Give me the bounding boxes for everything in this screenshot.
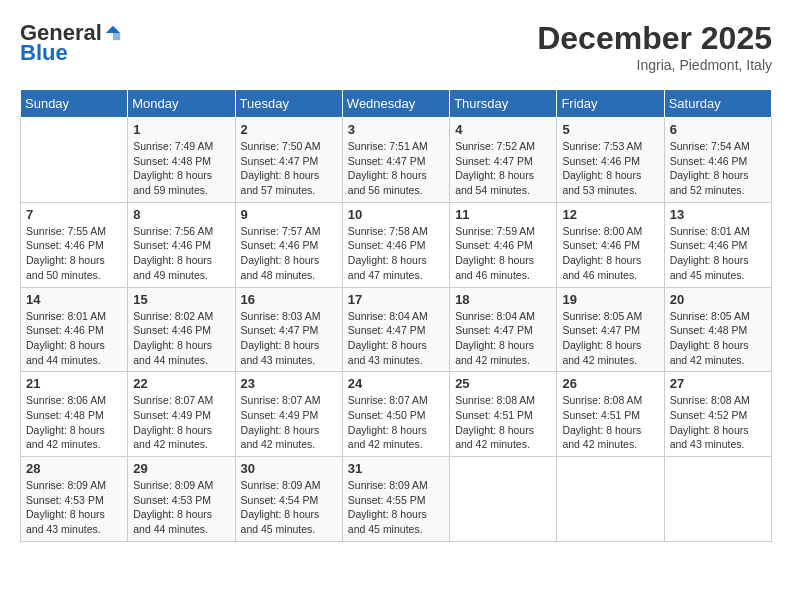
day-info: Sunrise: 8:01 AMSunset: 4:46 PMDaylight:… bbox=[670, 224, 766, 283]
day-info: Sunrise: 8:01 AMSunset: 4:46 PMDaylight:… bbox=[26, 309, 122, 368]
calendar-cell: 24 Sunrise: 8:07 AMSunset: 4:50 PMDaylig… bbox=[342, 372, 449, 457]
day-info: Sunrise: 8:00 AMSunset: 4:46 PMDaylight:… bbox=[562, 224, 658, 283]
calendar-cell: 6 Sunrise: 7:54 AMSunset: 4:46 PMDayligh… bbox=[664, 118, 771, 203]
day-number: 12 bbox=[562, 207, 658, 222]
calendar-week-row: 28 Sunrise: 8:09 AMSunset: 4:53 PMDaylig… bbox=[21, 457, 772, 542]
day-info: Sunrise: 7:55 AMSunset: 4:46 PMDaylight:… bbox=[26, 224, 122, 283]
calendar-cell: 22 Sunrise: 8:07 AMSunset: 4:49 PMDaylig… bbox=[128, 372, 235, 457]
weekday-header: Sunday bbox=[21, 90, 128, 118]
day-number: 17 bbox=[348, 292, 444, 307]
logo: General Blue bbox=[20, 20, 122, 66]
day-number: 18 bbox=[455, 292, 551, 307]
day-info: Sunrise: 7:51 AMSunset: 4:47 PMDaylight:… bbox=[348, 139, 444, 198]
day-info: Sunrise: 8:08 AMSunset: 4:52 PMDaylight:… bbox=[670, 393, 766, 452]
day-number: 3 bbox=[348, 122, 444, 137]
day-number: 25 bbox=[455, 376, 551, 391]
day-info: Sunrise: 8:09 AMSunset: 4:53 PMDaylight:… bbox=[26, 478, 122, 537]
weekday-header: Thursday bbox=[450, 90, 557, 118]
calendar-cell: 4 Sunrise: 7:52 AMSunset: 4:47 PMDayligh… bbox=[450, 118, 557, 203]
day-number: 9 bbox=[241, 207, 337, 222]
day-number: 16 bbox=[241, 292, 337, 307]
day-number: 19 bbox=[562, 292, 658, 307]
day-number: 31 bbox=[348, 461, 444, 476]
calendar-cell: 20 Sunrise: 8:05 AMSunset: 4:48 PMDaylig… bbox=[664, 287, 771, 372]
calendar-cell bbox=[664, 457, 771, 542]
calendar-cell: 26 Sunrise: 8:08 AMSunset: 4:51 PMDaylig… bbox=[557, 372, 664, 457]
page-header: General Blue December 2025 Ingria, Piedm… bbox=[20, 20, 772, 73]
day-number: 15 bbox=[133, 292, 229, 307]
day-number: 28 bbox=[26, 461, 122, 476]
day-number: 29 bbox=[133, 461, 229, 476]
weekday-header-row: SundayMondayTuesdayWednesdayThursdayFrid… bbox=[21, 90, 772, 118]
calendar-table: SundayMondayTuesdayWednesdayThursdayFrid… bbox=[20, 89, 772, 542]
day-number: 13 bbox=[670, 207, 766, 222]
day-info: Sunrise: 7:52 AMSunset: 4:47 PMDaylight:… bbox=[455, 139, 551, 198]
calendar-week-row: 14 Sunrise: 8:01 AMSunset: 4:46 PMDaylig… bbox=[21, 287, 772, 372]
weekday-header: Friday bbox=[557, 90, 664, 118]
day-info: Sunrise: 7:53 AMSunset: 4:46 PMDaylight:… bbox=[562, 139, 658, 198]
day-info: Sunrise: 7:57 AMSunset: 4:46 PMDaylight:… bbox=[241, 224, 337, 283]
day-info: Sunrise: 8:03 AMSunset: 4:47 PMDaylight:… bbox=[241, 309, 337, 368]
calendar-cell: 17 Sunrise: 8:04 AMSunset: 4:47 PMDaylig… bbox=[342, 287, 449, 372]
day-info: Sunrise: 8:09 AMSunset: 4:53 PMDaylight:… bbox=[133, 478, 229, 537]
calendar-cell bbox=[21, 118, 128, 203]
day-info: Sunrise: 8:05 AMSunset: 4:47 PMDaylight:… bbox=[562, 309, 658, 368]
calendar-cell: 18 Sunrise: 8:04 AMSunset: 4:47 PMDaylig… bbox=[450, 287, 557, 372]
day-info: Sunrise: 8:07 AMSunset: 4:50 PMDaylight:… bbox=[348, 393, 444, 452]
day-info: Sunrise: 8:05 AMSunset: 4:48 PMDaylight:… bbox=[670, 309, 766, 368]
day-info: Sunrise: 8:04 AMSunset: 4:47 PMDaylight:… bbox=[348, 309, 444, 368]
calendar-cell: 21 Sunrise: 8:06 AMSunset: 4:48 PMDaylig… bbox=[21, 372, 128, 457]
day-info: Sunrise: 7:58 AMSunset: 4:46 PMDaylight:… bbox=[348, 224, 444, 283]
day-number: 26 bbox=[562, 376, 658, 391]
calendar-cell: 2 Sunrise: 7:50 AMSunset: 4:47 PMDayligh… bbox=[235, 118, 342, 203]
day-number: 27 bbox=[670, 376, 766, 391]
day-number: 5 bbox=[562, 122, 658, 137]
day-info: Sunrise: 7:54 AMSunset: 4:46 PMDaylight:… bbox=[670, 139, 766, 198]
calendar-week-row: 21 Sunrise: 8:06 AMSunset: 4:48 PMDaylig… bbox=[21, 372, 772, 457]
day-number: 8 bbox=[133, 207, 229, 222]
day-info: Sunrise: 7:50 AMSunset: 4:47 PMDaylight:… bbox=[241, 139, 337, 198]
day-info: Sunrise: 8:08 AMSunset: 4:51 PMDaylight:… bbox=[562, 393, 658, 452]
day-number: 10 bbox=[348, 207, 444, 222]
calendar-cell: 11 Sunrise: 7:59 AMSunset: 4:46 PMDaylig… bbox=[450, 202, 557, 287]
day-info: Sunrise: 8:02 AMSunset: 4:46 PMDaylight:… bbox=[133, 309, 229, 368]
calendar-cell: 7 Sunrise: 7:55 AMSunset: 4:46 PMDayligh… bbox=[21, 202, 128, 287]
calendar-cell: 14 Sunrise: 8:01 AMSunset: 4:46 PMDaylig… bbox=[21, 287, 128, 372]
calendar-cell: 5 Sunrise: 7:53 AMSunset: 4:46 PMDayligh… bbox=[557, 118, 664, 203]
weekday-header: Wednesday bbox=[342, 90, 449, 118]
calendar-week-row: 1 Sunrise: 7:49 AMSunset: 4:48 PMDayligh… bbox=[21, 118, 772, 203]
weekday-header: Monday bbox=[128, 90, 235, 118]
day-number: 30 bbox=[241, 461, 337, 476]
day-number: 23 bbox=[241, 376, 337, 391]
calendar-cell: 29 Sunrise: 8:09 AMSunset: 4:53 PMDaylig… bbox=[128, 457, 235, 542]
weekday-header: Saturday bbox=[664, 90, 771, 118]
calendar-cell bbox=[450, 457, 557, 542]
title-block: December 2025 Ingria, Piedmont, Italy bbox=[537, 20, 772, 73]
calendar-cell: 3 Sunrise: 7:51 AMSunset: 4:47 PMDayligh… bbox=[342, 118, 449, 203]
calendar-cell: 15 Sunrise: 8:02 AMSunset: 4:46 PMDaylig… bbox=[128, 287, 235, 372]
month-title: December 2025 bbox=[537, 20, 772, 57]
calendar-cell: 9 Sunrise: 7:57 AMSunset: 4:46 PMDayligh… bbox=[235, 202, 342, 287]
day-info: Sunrise: 7:49 AMSunset: 4:48 PMDaylight:… bbox=[133, 139, 229, 198]
calendar-cell: 12 Sunrise: 8:00 AMSunset: 4:46 PMDaylig… bbox=[557, 202, 664, 287]
day-number: 6 bbox=[670, 122, 766, 137]
calendar-cell: 13 Sunrise: 8:01 AMSunset: 4:46 PMDaylig… bbox=[664, 202, 771, 287]
calendar-cell: 27 Sunrise: 8:08 AMSunset: 4:52 PMDaylig… bbox=[664, 372, 771, 457]
logo-icon bbox=[104, 24, 122, 42]
calendar-week-row: 7 Sunrise: 7:55 AMSunset: 4:46 PMDayligh… bbox=[21, 202, 772, 287]
calendar-cell: 10 Sunrise: 7:58 AMSunset: 4:46 PMDaylig… bbox=[342, 202, 449, 287]
day-info: Sunrise: 8:07 AMSunset: 4:49 PMDaylight:… bbox=[241, 393, 337, 452]
calendar-cell: 25 Sunrise: 8:08 AMSunset: 4:51 PMDaylig… bbox=[450, 372, 557, 457]
day-info: Sunrise: 8:09 AMSunset: 4:55 PMDaylight:… bbox=[348, 478, 444, 537]
svg-marker-0 bbox=[106, 26, 120, 33]
svg-marker-1 bbox=[113, 33, 120, 40]
day-info: Sunrise: 8:06 AMSunset: 4:48 PMDaylight:… bbox=[26, 393, 122, 452]
day-info: Sunrise: 8:04 AMSunset: 4:47 PMDaylight:… bbox=[455, 309, 551, 368]
day-number: 11 bbox=[455, 207, 551, 222]
calendar-cell: 23 Sunrise: 8:07 AMSunset: 4:49 PMDaylig… bbox=[235, 372, 342, 457]
calendar-cell: 8 Sunrise: 7:56 AMSunset: 4:46 PMDayligh… bbox=[128, 202, 235, 287]
calendar-cell: 31 Sunrise: 8:09 AMSunset: 4:55 PMDaylig… bbox=[342, 457, 449, 542]
calendar-cell: 28 Sunrise: 8:09 AMSunset: 4:53 PMDaylig… bbox=[21, 457, 128, 542]
day-info: Sunrise: 8:07 AMSunset: 4:49 PMDaylight:… bbox=[133, 393, 229, 452]
calendar-cell: 19 Sunrise: 8:05 AMSunset: 4:47 PMDaylig… bbox=[557, 287, 664, 372]
